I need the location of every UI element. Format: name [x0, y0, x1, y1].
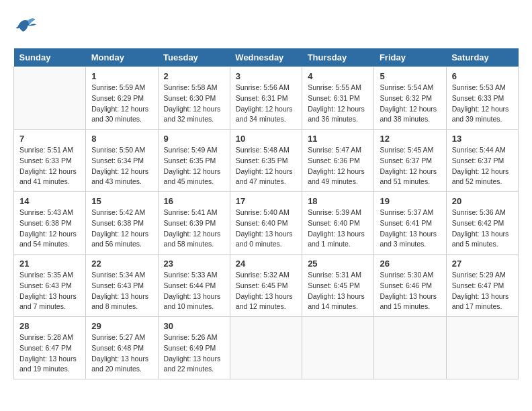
calendar-day-cell: 18Sunrise: 5:39 AMSunset: 6:40 PMDayligh…: [302, 192, 374, 255]
day-of-week-header: Thursday: [302, 48, 374, 67]
day-number: 29: [91, 321, 152, 331]
day-number: 11: [308, 134, 368, 144]
calendar-day-cell: 16Sunrise: 5:41 AMSunset: 6:39 PMDayligh…: [158, 192, 230, 255]
day-number: 5: [380, 71, 440, 81]
day-number: 8: [91, 134, 152, 144]
calendar-day-cell: 26Sunrise: 5:30 AMSunset: 6:46 PMDayligh…: [374, 255, 446, 317]
day-info: Sunrise: 5:53 AMSunset: 6:33 PMDaylight:…: [452, 83, 513, 125]
calendar-day-cell: 21Sunrise: 5:35 AMSunset: 6:43 PMDayligh…: [14, 255, 86, 317]
calendar-day-cell: 23Sunrise: 5:33 AMSunset: 6:44 PMDayligh…: [158, 255, 230, 317]
calendar-day-cell: 2Sunrise: 5:58 AMSunset: 6:30 PMDaylight…: [158, 67, 230, 130]
day-info: Sunrise: 5:32 AMSunset: 6:45 PMDaylight:…: [236, 270, 296, 312]
calendar-day-cell: 14Sunrise: 5:43 AMSunset: 6:38 PMDayligh…: [14, 192, 86, 255]
calendar-day-cell: 29Sunrise: 5:27 AMSunset: 6:48 PMDayligh…: [86, 317, 158, 379]
day-of-week-header: Tuesday: [158, 48, 230, 67]
day-number: 15: [91, 196, 152, 206]
day-number: 19: [380, 196, 440, 206]
calendar-week-row: 21Sunrise: 5:35 AMSunset: 6:43 PMDayligh…: [14, 255, 519, 317]
day-info: Sunrise: 5:45 AMSunset: 6:37 PMDaylight:…: [380, 145, 440, 187]
day-number: 4: [308, 71, 368, 81]
calendar-day-cell: [230, 317, 302, 379]
calendar-day-cell: 10Sunrise: 5:48 AMSunset: 6:35 PMDayligh…: [230, 130, 302, 192]
day-number: 23: [164, 259, 224, 269]
day-info: Sunrise: 5:33 AMSunset: 6:44 PMDaylight:…: [164, 270, 224, 312]
calendar-day-cell: 5Sunrise: 5:54 AMSunset: 6:32 PMDaylight…: [374, 67, 446, 130]
day-info: Sunrise: 5:43 AMSunset: 6:38 PMDaylight:…: [19, 208, 80, 250]
day-info: Sunrise: 5:55 AMSunset: 6:31 PMDaylight:…: [308, 83, 368, 125]
day-info: Sunrise: 5:51 AMSunset: 6:33 PMDaylight:…: [19, 145, 80, 187]
day-number: 2: [164, 71, 224, 81]
day-number: 7: [19, 134, 80, 144]
day-info: Sunrise: 5:48 AMSunset: 6:35 PMDaylight:…: [236, 145, 296, 187]
day-info: Sunrise: 5:31 AMSunset: 6:45 PMDaylight:…: [308, 270, 368, 312]
calendar-day-cell: 6Sunrise: 5:53 AMSunset: 6:33 PMDaylight…: [446, 67, 518, 130]
day-number: 13: [452, 134, 513, 144]
day-number: 20: [452, 196, 513, 206]
day-of-week-header: Sunday: [14, 48, 86, 67]
day-info: Sunrise: 5:29 AMSunset: 6:47 PMDaylight:…: [452, 270, 513, 312]
day-info: Sunrise: 5:59 AMSunset: 6:29 PMDaylight:…: [91, 83, 152, 125]
calendar-day-cell: 24Sunrise: 5:32 AMSunset: 6:45 PMDayligh…: [230, 255, 302, 317]
day-info: Sunrise: 5:42 AMSunset: 6:38 PMDaylight:…: [91, 208, 152, 250]
calendar-day-cell: 3Sunrise: 5:56 AMSunset: 6:31 PMDaylight…: [230, 67, 302, 130]
day-info: Sunrise: 5:49 AMSunset: 6:35 PMDaylight:…: [164, 145, 224, 187]
calendar-week-row: 28Sunrise: 5:28 AMSunset: 6:47 PMDayligh…: [14, 317, 519, 379]
day-number: 21: [19, 259, 80, 269]
page-header: [13, 13, 519, 38]
day-number: 28: [19, 321, 80, 331]
day-info: Sunrise: 5:47 AMSunset: 6:36 PMDaylight:…: [308, 145, 368, 187]
day-of-week-header: Friday: [374, 48, 446, 67]
day-number: 24: [236, 259, 296, 269]
calendar-day-cell: 30Sunrise: 5:26 AMSunset: 6:49 PMDayligh…: [158, 317, 230, 379]
day-info: Sunrise: 5:54 AMSunset: 6:32 PMDaylight:…: [380, 83, 440, 125]
calendar-day-cell: 7Sunrise: 5:51 AMSunset: 6:33 PMDaylight…: [14, 130, 86, 192]
calendar-week-row: 14Sunrise: 5:43 AMSunset: 6:38 PMDayligh…: [14, 192, 519, 255]
calendar-day-cell: 25Sunrise: 5:31 AMSunset: 6:45 PMDayligh…: [302, 255, 374, 317]
day-info: Sunrise: 5:37 AMSunset: 6:41 PMDaylight:…: [380, 208, 440, 250]
day-info: Sunrise: 5:40 AMSunset: 6:40 PMDaylight:…: [236, 208, 296, 250]
calendar-day-cell: 13Sunrise: 5:44 AMSunset: 6:37 PMDayligh…: [446, 130, 518, 192]
day-number: 25: [308, 259, 368, 269]
calendar-week-row: 1Sunrise: 5:59 AMSunset: 6:29 PMDaylight…: [14, 67, 519, 130]
day-of-week-header: Saturday: [446, 48, 518, 67]
calendar-week-row: 7Sunrise: 5:51 AMSunset: 6:33 PMDaylight…: [14, 130, 519, 192]
calendar-day-cell: 17Sunrise: 5:40 AMSunset: 6:40 PMDayligh…: [230, 192, 302, 255]
day-info: Sunrise: 5:58 AMSunset: 6:30 PMDaylight:…: [164, 83, 224, 125]
calendar-day-cell: 28Sunrise: 5:28 AMSunset: 6:47 PMDayligh…: [14, 317, 86, 379]
calendar-day-cell: 8Sunrise: 5:50 AMSunset: 6:34 PMDaylight…: [86, 130, 158, 192]
day-number: 22: [91, 259, 152, 269]
day-number: 18: [308, 196, 368, 206]
day-number: 6: [452, 71, 513, 81]
calendar-day-cell: 11Sunrise: 5:47 AMSunset: 6:36 PMDayligh…: [302, 130, 374, 192]
day-info: Sunrise: 5:50 AMSunset: 6:34 PMDaylight:…: [91, 145, 152, 187]
day-info: Sunrise: 5:34 AMSunset: 6:43 PMDaylight:…: [91, 270, 152, 312]
calendar-day-cell: [374, 317, 446, 379]
day-info: Sunrise: 5:56 AMSunset: 6:31 PMDaylight:…: [236, 83, 296, 125]
calendar-day-cell: [302, 317, 374, 379]
day-number: 26: [380, 259, 440, 269]
day-info: Sunrise: 5:35 AMSunset: 6:43 PMDaylight:…: [19, 270, 80, 312]
calendar-day-cell: 1Sunrise: 5:59 AMSunset: 6:29 PMDaylight…: [86, 67, 158, 130]
day-number: 1: [91, 71, 152, 81]
logo: [13, 13, 38, 38]
day-number: 12: [380, 134, 440, 144]
day-info: Sunrise: 5:26 AMSunset: 6:49 PMDaylight:…: [164, 332, 224, 375]
day-of-week-header: Wednesday: [230, 48, 302, 67]
day-info: Sunrise: 5:41 AMSunset: 6:39 PMDaylight:…: [164, 208, 224, 250]
calendar-day-cell: 20Sunrise: 5:36 AMSunset: 6:42 PMDayligh…: [446, 192, 518, 255]
day-info: Sunrise: 5:44 AMSunset: 6:37 PMDaylight:…: [452, 145, 513, 187]
day-number: 17: [236, 196, 296, 206]
day-number: 14: [19, 196, 80, 206]
day-number: 9: [164, 134, 224, 144]
calendar-day-cell: 15Sunrise: 5:42 AMSunset: 6:38 PMDayligh…: [86, 192, 158, 255]
day-of-week-header: Monday: [86, 48, 158, 67]
calendar-day-cell: 22Sunrise: 5:34 AMSunset: 6:43 PMDayligh…: [86, 255, 158, 317]
day-info: Sunrise: 5:30 AMSunset: 6:46 PMDaylight:…: [380, 270, 440, 312]
day-number: 30: [164, 321, 224, 331]
day-number: 3: [236, 71, 296, 81]
day-info: Sunrise: 5:36 AMSunset: 6:42 PMDaylight:…: [452, 208, 513, 250]
calendar-table: SundayMondayTuesdayWednesdayThursdayFrid…: [13, 48, 519, 379]
logo-bird-icon: [13, 13, 38, 38]
day-number: 27: [452, 259, 513, 269]
calendar-header-row: SundayMondayTuesdayWednesdayThursdayFrid…: [14, 48, 519, 67]
